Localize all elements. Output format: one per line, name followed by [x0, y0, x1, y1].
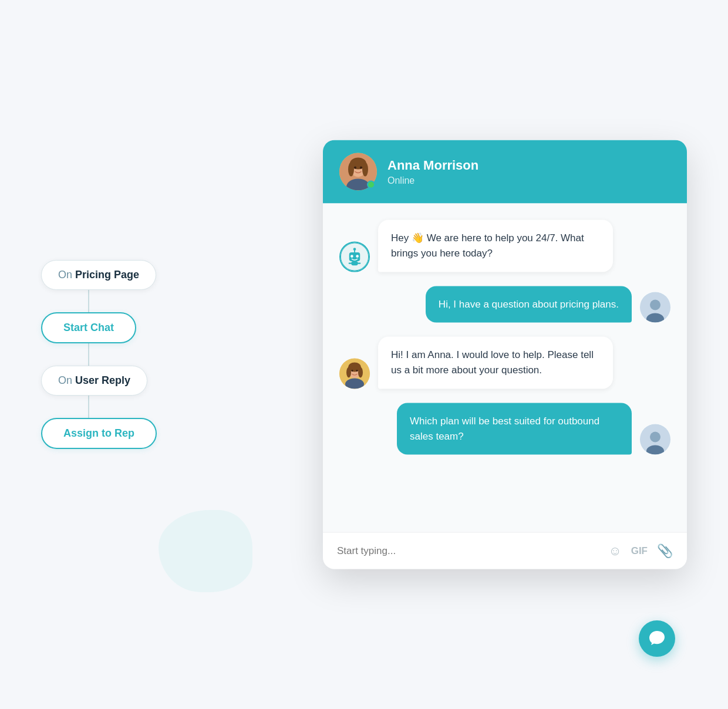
chat-bubble-icon — [648, 630, 666, 647]
svg-point-19 — [650, 300, 660, 310]
message-row-3: Hi! I am Anna. I would love to help. Ple… — [339, 337, 670, 389]
attachment-icon[interactable]: 📎 — [657, 543, 673, 559]
message-text-3: Hi! I am Anna. I would love to help. Ple… — [391, 349, 594, 376]
trigger-pricing-page: On Pricing Page — [41, 260, 156, 290]
chat-text-input[interactable] — [337, 545, 599, 557]
svg-rect-15 — [351, 261, 358, 265]
user-avatar-2 — [640, 424, 670, 455]
action-start-chat[interactable]: Start Chat — [41, 312, 136, 343]
svg-point-12 — [356, 255, 359, 258]
assign-to-rep-button[interactable]: Assign to Rep — [41, 418, 157, 449]
connector-2 — [88, 343, 89, 366]
message-bubble-4: Which plan will be best suited for outbo… — [397, 403, 632, 455]
user-avatar-svg-2 — [640, 424, 670, 455]
decorative-blob — [159, 510, 252, 592]
user-avatar-svg-1 — [640, 292, 670, 323]
svg-point-25 — [346, 367, 351, 377]
anna-msg-avatar — [339, 358, 370, 389]
emoji-icon[interactable]: ☺ — [608, 543, 621, 559]
agent-status: Online — [387, 175, 478, 186]
connector-3 — [88, 396, 89, 418]
message-bubble-3: Hi! I am Anna. I would love to help. Ple… — [378, 337, 613, 389]
chat-header: Anna Morrison Online — [323, 140, 687, 204]
connector-1 — [88, 290, 89, 312]
svg-point-11 — [350, 255, 353, 258]
trigger-user-reply: On User Reply — [41, 366, 147, 396]
chat-widget: Anna Morrison Online — [323, 140, 687, 569]
trigger-badge-pricing: On Pricing Page — [41, 260, 156, 290]
gif-button[interactable]: GIF — [631, 545, 648, 557]
floating-chat-button[interactable] — [639, 620, 675, 657]
message-text-2: Hi, I have a question about pricing plan… — [439, 298, 619, 309]
action-assign-rep[interactable]: Assign to Rep — [41, 418, 157, 449]
svg-point-26 — [358, 367, 363, 377]
svg-point-31 — [650, 432, 660, 443]
svg-point-5 — [348, 163, 354, 177]
scene: On Pricing Page Start Chat On User Reply… — [41, 46, 687, 663]
chat-messages: Hey 👋 We are here to help you 24/7. What… — [323, 204, 687, 532]
svg-point-8 — [360, 167, 362, 169]
user-avatar-1 — [640, 292, 670, 323]
svg-point-6 — [362, 163, 368, 177]
header-info: Anna Morrison Online — [387, 158, 478, 186]
bot-avatar — [339, 241, 370, 272]
message-text-4: Which plan will be best suited for outbo… — [410, 415, 599, 441]
svg-point-27 — [352, 370, 353, 372]
message-bubble-2: Hi, I have a question about pricing plan… — [426, 286, 632, 322]
message-row-2: Hi, I have a question about pricing plan… — [339, 286, 670, 322]
svg-point-7 — [354, 167, 356, 169]
online-indicator — [367, 181, 375, 189]
anna-msg-avatar-svg — [339, 358, 370, 389]
message-row-1: Hey 👋 We are here to help you 24/7. What… — [339, 220, 670, 272]
message-bubble-1: Hey 👋 We are here to help you 24/7. What… — [378, 220, 613, 272]
start-chat-button[interactable]: Start Chat — [41, 312, 136, 343]
svg-point-28 — [356, 370, 358, 372]
agent-name: Anna Morrison — [387, 158, 478, 173]
chat-input-area[interactable]: ☺ GIF 📎 — [323, 532, 687, 569]
svg-point-14 — [353, 248, 356, 251]
header-avatar-wrap — [339, 153, 377, 191]
message-row-4: Which plan will be best suited for outbo… — [339, 403, 670, 455]
workflow-panel: On Pricing Page Start Chat On User Reply… — [41, 260, 157, 449]
bot-avatar-svg — [341, 241, 369, 272]
message-text-1: Hey 👋 We are here to help you 24/7. What… — [391, 232, 584, 259]
trigger-badge-reply: On User Reply — [41, 366, 147, 396]
